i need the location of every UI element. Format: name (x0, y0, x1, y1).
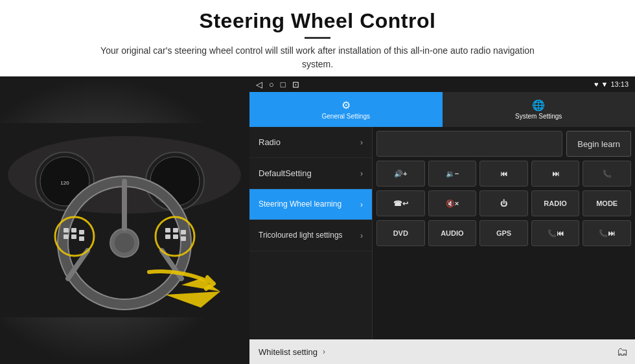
audio-button[interactable]: AUDIO (428, 220, 477, 246)
volume-up-button[interactable]: 🔊+ (376, 161, 425, 187)
controls-panel: Begin learn 🔊+ 🔉− ⏮ (373, 127, 635, 339)
power-button[interactable]: ⏻ (479, 190, 528, 216)
nav-icons: ◁ ○ □ ⊡ (256, 80, 299, 89)
begin-learn-row: Begin learn (376, 131, 631, 157)
screenshot-icon[interactable]: ⊡ (292, 80, 299, 89)
whitelist-bar[interactable]: Whitelist setting › 🗂 (249, 339, 635, 364)
svg-point-10 (115, 233, 134, 253)
globe-icon: 🌐 (532, 99, 545, 111)
status-bar: ◁ ○ □ ⊡ ♥ ▼ 13:13 (249, 76, 635, 92)
prev-track-icon: ⏮ (500, 170, 507, 177)
control-grid-row3: DVD AUDIO GPS 📞⏮ 📞⏭ (376, 220, 631, 246)
phone-button[interactable]: 📞 (583, 161, 631, 187)
gps-button[interactable]: GPS (479, 220, 528, 246)
menu-list: Radio › DefaultSetting › Steering Wheel … (249, 127, 373, 339)
menu-item-steering[interactable]: Steering Wheel learning › (249, 189, 372, 220)
tab-general[interactable]: ⚙ General Settings (249, 92, 443, 127)
dvd-label: DVD (393, 229, 408, 237)
tab-bar: ⚙ General Settings 🌐 System Settings (249, 92, 635, 127)
mute-icon: 🔇× (446, 199, 459, 208)
svg-rect-18 (71, 228, 76, 233)
gear-icon: ⚙ (341, 99, 351, 111)
ui-panel: ◁ ○ □ ⊡ ♥ ▼ 13:13 ⚙ General Settings (249, 76, 635, 364)
whitelist-icon: 🗂 (617, 345, 629, 359)
image-panel: 120 (0, 76, 249, 364)
steering-wheel-background: 120 (0, 76, 249, 364)
page-wrapper: Steering Wheel Control Your original car… (0, 0, 635, 364)
main-area: Radio › DefaultSetting › Steering Wheel … (249, 127, 635, 339)
mute-button[interactable]: 🔇× (428, 190, 477, 216)
volume-down-button[interactable]: 🔉− (428, 161, 477, 187)
control-grid-row2: ☎↩ 🔇× ⏻ RADIO MODE (376, 190, 631, 216)
menu-item-tricoloured[interactable]: Tricoloured light settings › (249, 220, 372, 251)
svg-rect-17 (64, 234, 69, 239)
next-track-button[interactable]: ⏭ (531, 161, 580, 187)
begin-learn-button[interactable]: Begin learn (566, 131, 631, 157)
menu-steering-label: Steering Wheel learning (259, 199, 341, 210)
svg-rect-20 (79, 230, 84, 234)
control-grid-row1: 🔊+ 🔉− ⏮ ⏭ 📞 (376, 161, 631, 187)
hang-up-button[interactable]: ☎↩ (376, 190, 425, 216)
chevron-right-icon: › (360, 200, 363, 209)
learn-input[interactable] (376, 131, 562, 157)
menu-item-default[interactable]: DefaultSetting › (249, 158, 372, 189)
gps-icon: ♥ (594, 80, 599, 88)
menu-radio-label: Radio (259, 137, 281, 147)
svg-rect-16 (64, 228, 69, 233)
time-display: 13:13 (610, 80, 629, 88)
back-icon[interactable]: ◁ (256, 80, 262, 89)
signal-icon: ▼ (601, 80, 608, 88)
prev-track-button[interactable]: ⏮ (479, 161, 528, 187)
svg-rect-26 (181, 230, 186, 234)
menu-item-radio[interactable]: Radio › (249, 127, 372, 158)
svg-rect-21 (79, 236, 84, 241)
svg-rect-22 (165, 228, 170, 233)
svg-rect-23 (165, 234, 170, 239)
chevron-right-icon: › (360, 138, 363, 147)
dvd-button[interactable]: DVD (376, 220, 425, 246)
header-section: Steering Wheel Control Your original car… (0, 0, 635, 76)
page-title: Steering Wheel Control (26, 9, 609, 33)
phone-icon: 📞 (603, 170, 612, 178)
mode-label: MODE (596, 199, 618, 207)
radio-button[interactable]: RADIO (531, 190, 580, 216)
svg-text:120: 120 (60, 180, 69, 186)
svg-rect-24 (173, 228, 178, 233)
whitelist-chevron-icon: › (323, 347, 325, 356)
svg-rect-25 (173, 234, 178, 239)
whitelist-label: Whitelist setting (259, 347, 318, 357)
status-right: ♥ ▼ 13:13 (594, 80, 629, 88)
hang-up-icon: ☎↩ (393, 199, 408, 208)
content-row: 120 (0, 76, 635, 364)
volume-down-icon: 🔉− (446, 170, 459, 178)
tab-general-label: General Settings (322, 113, 371, 120)
recents-icon[interactable]: □ (281, 80, 286, 89)
tel-prev-button[interactable]: 📞⏮ (531, 220, 580, 246)
home-icon[interactable]: ○ (269, 80, 274, 89)
svg-rect-27 (181, 236, 186, 241)
title-divider (305, 37, 330, 39)
mode-button[interactable]: MODE (583, 190, 631, 216)
subtitle: Your original car's steering wheel contr… (91, 44, 544, 71)
steering-wheel-svg: 120 (0, 76, 249, 364)
tel-next-button[interactable]: 📞⏭ (583, 220, 631, 246)
tab-system[interactable]: 🌐 System Settings (443, 92, 636, 127)
radio-label: RADIO (544, 199, 566, 207)
next-track-icon: ⏭ (552, 170, 559, 177)
gps-label: GPS (496, 229, 511, 237)
tab-system-label: System Settings (515, 113, 562, 120)
svg-rect-19 (71, 234, 76, 239)
chevron-right-icon: › (360, 231, 363, 240)
tel-prev-icon: 📞⏮ (548, 229, 564, 238)
menu-tricoloured-label: Tricoloured light settings (259, 231, 343, 241)
tel-next-icon: 📞⏭ (599, 229, 615, 238)
menu-default-label: DefaultSetting (259, 168, 312, 178)
power-icon: ⏻ (500, 199, 507, 207)
volume-up-icon: 🔊+ (394, 170, 407, 178)
chevron-right-icon: › (360, 169, 363, 178)
audio-label: AUDIO (441, 229, 463, 237)
